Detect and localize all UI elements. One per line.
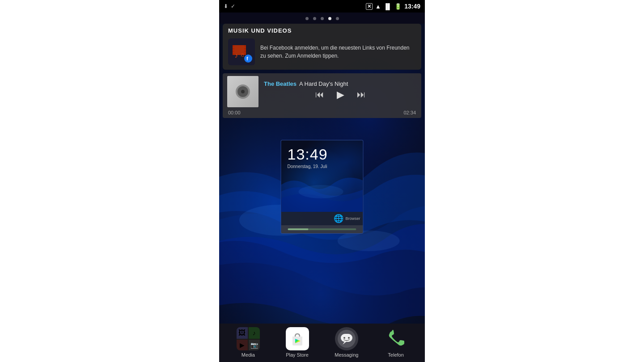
svg-text:♫: ♫ [240, 52, 244, 58]
svg-rect-8 [233, 45, 234, 47]
svg-point-21 [299, 185, 343, 198]
musik-facebook-row: ♪ ♫ f Bei Facebook anmelden, um die neue… [223, 36, 421, 70]
dock-label-telefon: Telefon [388, 352, 403, 358]
svg-rect-9 [233, 48, 234, 50]
main-content: MUSIK UND VIDEOS [219, 24, 425, 324]
svg-point-27 [348, 337, 350, 339]
player-info: The Beatles A Hard Day's Night ⏮ ▶ ⏭ [264, 80, 417, 103]
playstore-icon [286, 327, 309, 350]
svg-rect-11 [233, 53, 234, 55]
page-dot-1[interactable] [305, 17, 309, 20]
xperia-icon: ✕ [366, 3, 373, 10]
page-dot-4[interactable] [328, 17, 331, 20]
dock-item-messaging[interactable]: Messaging [335, 327, 358, 358]
check-icon: ✓ [231, 3, 235, 9]
dock-item-telefon[interactable]: Telefon [384, 327, 407, 358]
musik-widget[interactable]: MUSIK UND VIDEOS [223, 24, 421, 70]
wifi-icon: ▲ [375, 3, 381, 10]
media-icon: 🖼 ♪ ▶ 📷 [237, 327, 260, 350]
svg-point-26 [343, 337, 345, 339]
clock-card: 13:49 Donnerstag, 19. Juli 🌐 Browser [281, 140, 364, 234]
svg-text:f: f [246, 56, 248, 61]
player-song: A Hard Day's Night [299, 80, 348, 87]
status-icons-right: ✕ ▲ ▐▌ 🔋 13:49 [366, 3, 420, 10]
page-dots [219, 13, 425, 24]
status-icons-left: ⬇ ✓ [224, 3, 235, 9]
phone-icon [384, 327, 407, 350]
player-time-end: 02:34 [403, 110, 416, 115]
clock-card-inner: 13:49 Donnerstag, 19. Juli [281, 140, 363, 212]
signal-icon: ▐▌ [384, 3, 392, 10]
player-time-row: 00:00 02:34 [223, 109, 421, 118]
album-art [227, 76, 258, 107]
battery-icon: 🔋 [394, 3, 402, 10]
svg-rect-14 [244, 51, 246, 52]
clock-time: 13:49 [288, 146, 357, 163]
musik-icon: ♪ ♫ f [228, 38, 255, 65]
player-top: The Beatles A Hard Day's Night ⏮ ▶ ⏭ [223, 73, 421, 109]
dock-item-playstore[interactable]: Play Store [286, 327, 309, 358]
dock-label-playstore: Play Store [286, 352, 309, 358]
media-cell-camera: 📷 [249, 340, 260, 350]
svg-rect-13 [244, 48, 246, 50]
player-time-start: 00:00 [228, 110, 241, 115]
player-widget[interactable]: The Beatles A Hard Day's Night ⏮ ▶ ⏭ 00:… [223, 73, 421, 118]
page-dot-3[interactable] [321, 17, 324, 20]
dock-label-messaging: Messaging [335, 352, 358, 358]
media-cell-video: ▶ [237, 340, 248, 350]
download-icon: ⬇ [224, 3, 228, 9]
svg-point-18 [244, 55, 252, 63]
clock-bottom-bar [281, 225, 363, 233]
widgets-area: MUSIK UND VIDEOS [219, 24, 425, 122]
clock-wave-bg [281, 167, 363, 212]
dock: 🖼 ♪ ▶ 📷 Media [219, 324, 425, 362]
clock-display: 13:49 [404, 3, 420, 10]
svg-text:♪: ♪ [235, 52, 238, 59]
fast-forward-button[interactable]: ⏭ [357, 89, 366, 100]
player-controls: ⏮ ▶ ⏭ [264, 87, 417, 103]
player-artist: The Beatles [264, 80, 297, 87]
browser-label: Browser [345, 216, 360, 221]
svg-rect-10 [233, 51, 234, 52]
clock-browser-row: 🌐 Browser [281, 212, 363, 225]
page-dot-5[interactable] [336, 17, 339, 20]
status-bar: ⬇ ✓ ✕ ▲ ▐▌ 🔋 13:49 [219, 0, 425, 13]
musik-widget-title: MUSIK UND VIDEOS [223, 24, 421, 36]
play-button[interactable]: ▶ [337, 89, 344, 101]
dock-label-media: Media [242, 352, 255, 358]
svg-rect-15 [244, 53, 246, 55]
musik-facebook-text: Bei Facebook anmelden, um die neuesten L… [260, 44, 416, 60]
media-cell-photos: 🖼 [237, 327, 248, 339]
rewind-button[interactable]: ⏮ [315, 89, 324, 100]
svg-rect-12 [244, 45, 246, 47]
clock-preview[interactable]: 13:49 Donnerstag, 19. Juli 🌐 Browser [281, 140, 364, 234]
messaging-icon [335, 327, 358, 350]
browser-icon: 🌐 [334, 214, 343, 223]
page-dot-2[interactable] [313, 17, 316, 20]
dock-item-media[interactable]: 🖼 ♪ ▶ 📷 Media [237, 327, 260, 358]
phone-frame: ⬇ ✓ ✕ ▲ ▐▌ 🔋 13:49 [219, 0, 425, 362]
media-cell-music: ♪ [249, 327, 260, 339]
